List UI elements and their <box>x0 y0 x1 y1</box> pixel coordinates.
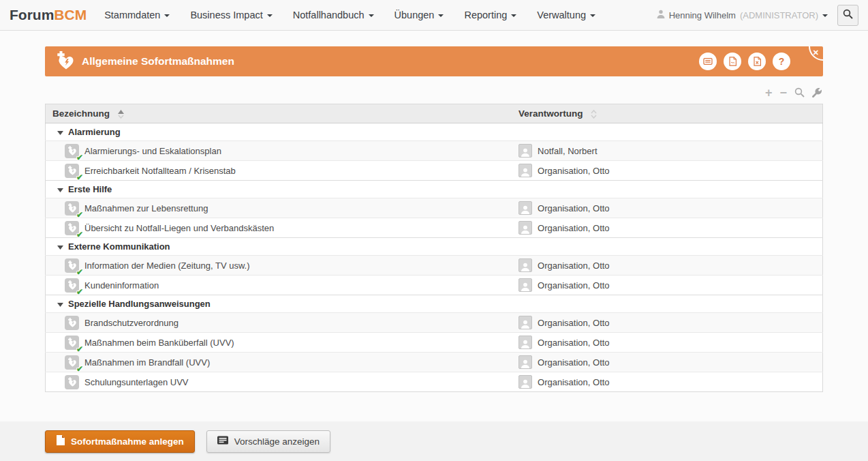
chevron-down-icon <box>369 14 374 17</box>
collapse-triangle-icon <box>57 184 63 194</box>
measure-row[interactable]: ✔ Maßnahmen zur Lebensrettung Organisati… <box>46 198 823 218</box>
measure-icon: ✔ <box>65 278 79 293</box>
settings-wrench-icon[interactable] <box>812 88 822 98</box>
close-icon[interactable]: ✕ <box>813 48 819 57</box>
measure-label: Kundeninformation <box>84 280 159 291</box>
footer-action-bar: Sofortmaßnahme anlegen Vorschläge anzeig… <box>0 421 868 461</box>
measure-row[interactable]: ✔ Schulungsunterlagen UVV Organisation, … <box>46 372 823 392</box>
person-avatar-icon <box>518 336 532 349</box>
nav-item-4[interactable]: Reporting <box>464 10 516 20</box>
pdf-export-icon[interactable] <box>724 53 741 70</box>
measure-label: Brandschutzverordnung <box>84 318 179 328</box>
panel-header-actions: ? <box>699 53 790 70</box>
nav-item-5[interactable]: Verwaltung <box>537 10 595 20</box>
measure-row[interactable]: ✔ Maßnahmen beim Banküberfall (UVV) Orga… <box>46 333 823 353</box>
measure-row[interactable]: ✔ Maßnahmen im Brandfall (UVV) Organisat… <box>46 353 823 372</box>
excel-export-icon[interactable] <box>748 53 766 70</box>
responsible-name: Organisation, Otto <box>538 261 610 271</box>
check-icon: ✔ <box>76 344 83 354</box>
help-icon[interactable]: ? <box>773 53 790 70</box>
column-label: Verantwortung <box>518 108 583 119</box>
measure-row[interactable]: ✔ Erreichbarkeit Notfallteam / Krisensta… <box>46 161 823 181</box>
chevron-down-icon <box>438 14 444 17</box>
measure-icon: ✔ <box>65 375 79 389</box>
person-avatar-icon <box>518 316 532 329</box>
collapse-triangle-icon <box>57 299 63 309</box>
column-header-bezeichnung[interactable]: Bezeichnung <box>46 104 512 123</box>
measure-icon: ✔ <box>65 164 79 178</box>
measure-label: Maßnahmen zur Lebensrettung <box>84 203 208 213</box>
check-icon: ✔ <box>76 364 83 374</box>
responsible-name: Notfall, Norbert <box>538 146 597 156</box>
create-measure-label: Sofortmaßnahme anlegen <box>71 436 184 447</box>
logo-part-2: BCM <box>54 7 87 23</box>
responsible-name: Organisation, Otto <box>538 223 610 233</box>
group-label: Externe Kommunikation <box>68 241 170 252</box>
page-title: Allgemeine Sofortmaßnahmen <box>82 55 234 68</box>
nav-item-label: Stammdaten <box>104 10 160 20</box>
responsible-name: Organisation, Otto <box>538 166 610 176</box>
nav-item-2[interactable]: Notfallhandbuch <box>293 10 374 20</box>
card-icon[interactable] <box>699 53 717 70</box>
measure-icon: ✔ <box>65 221 79 235</box>
measure-row[interactable]: ✔ Übersicht zu Notfall-Liegen und Verban… <box>46 218 823 238</box>
user-menu[interactable]: Henning Wilhelm (ADMINISTRATOR) <box>657 10 828 20</box>
check-icon: ✔ <box>76 210 83 220</box>
nav-item-0[interactable]: Stammdaten <box>104 10 170 20</box>
group-row[interactable]: Spezielle Handlungsanweisungen <box>46 295 823 313</box>
sort-asc-active-icon <box>118 110 124 119</box>
first-aid-heart-icon <box>55 51 75 72</box>
nav-right: Henning Wilhelm (ADMINISTRATOR) <box>657 5 860 26</box>
measure-label: Übersicht zu Notfall-Liegen und Verbands… <box>84 223 274 233</box>
chevron-down-icon <box>267 14 273 17</box>
responsible-name: Organisation, Otto <box>538 357 610 368</box>
group-label: Erste Hilfe <box>68 184 112 194</box>
nav-item-label: Notfallhandbuch <box>293 10 365 20</box>
person-avatar-icon <box>518 144 532 158</box>
group-label: Alarmierung <box>68 127 121 137</box>
person-avatar-icon <box>518 375 532 389</box>
measure-label: Information der Medien (Zeitung, TV usw.… <box>84 261 250 271</box>
measure-label: Alarmierungs- und Eskalationsplan <box>84 146 221 156</box>
table-toolbar: + − <box>45 87 822 99</box>
app-logo[interactable]: ForumBCM <box>10 7 87 23</box>
measure-row[interactable]: ✔ Brandschutzverordnung Organisation, Ot… <box>46 313 823 333</box>
collapse-all-icon[interactable]: − <box>779 88 787 98</box>
list-card-icon <box>217 436 228 447</box>
create-measure-button[interactable]: Sofortmaßnahme anlegen <box>45 430 195 453</box>
person-avatar-icon <box>518 164 532 177</box>
expand-all-icon[interactable]: + <box>765 88 773 98</box>
check-icon: ✔ <box>76 267 83 277</box>
chevron-down-icon <box>164 14 170 17</box>
measures-table-body: Alarmierung ✔ Alarmierungs- und Eskalati… <box>46 123 823 392</box>
group-row[interactable]: Alarmierung <box>46 123 823 141</box>
check-icon: ✔ <box>76 153 83 162</box>
nav-item-label: Reporting <box>464 10 507 20</box>
chevron-down-icon <box>511 14 516 17</box>
measure-icon: ✔ <box>65 201 79 215</box>
top-navbar: ForumBCM Stammdaten Business Impact Notf… <box>0 0 868 31</box>
group-row[interactable]: Erste Hilfe <box>46 181 823 198</box>
search-icon[interactable] <box>794 87 805 98</box>
responsible-name: Organisation, Otto <box>538 318 610 328</box>
measure-icon: ✔ <box>65 355 79 370</box>
column-header-verantwortung[interactable]: Verantwortung <box>512 104 822 123</box>
measure-icon: ✔ <box>65 316 79 330</box>
measure-row[interactable]: ✔ Information der Medien (Zeitung, TV us… <box>46 256 823 276</box>
nav-item-3[interactable]: Übungen <box>394 10 444 20</box>
check-icon: ✔ <box>76 173 83 182</box>
nav-item-1[interactable]: Business Impact <box>190 10 272 20</box>
user-role: (ADMINISTRATOR) <box>740 10 818 20</box>
group-label: Spezielle Handlungsanweisungen <box>68 299 211 309</box>
person-avatar-icon <box>518 258 532 272</box>
measure-row[interactable]: ✔ Kundeninformation Organisation, Otto <box>46 276 823 295</box>
group-row[interactable]: Externe Kommunikation <box>46 238 823 256</box>
column-label: Bezeichnung <box>52 108 110 119</box>
show-suggestions-button[interactable]: Vorschläge anzeigen <box>206 430 330 453</box>
measure-row[interactable]: ✔ Alarmierungs- und Eskalationsplan Notf… <box>46 141 823 161</box>
measure-icon: ✔ <box>65 336 79 350</box>
measure-label: Maßnahmen im Brandfall (UVV) <box>84 357 210 368</box>
check-icon: ✔ <box>76 287 83 297</box>
global-search-button[interactable] <box>837 5 858 26</box>
person-avatar-icon <box>518 355 532 369</box>
